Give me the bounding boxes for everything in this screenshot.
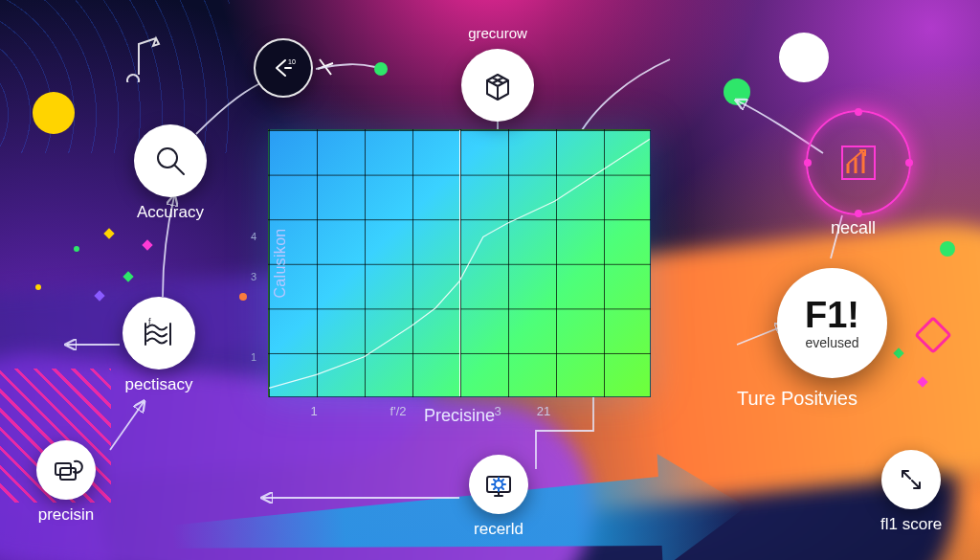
- xtick: 3: [494, 404, 501, 418]
- node-accuracy: Accuracy: [134, 124, 207, 222]
- decor-dot: [779, 33, 829, 82]
- f1-sub-text: evelused: [805, 335, 858, 350]
- cube-icon: [461, 49, 534, 122]
- node-necall: [806, 110, 911, 215]
- chart-line: [269, 130, 650, 397]
- chart-xlabel: Precisine: [268, 406, 651, 426]
- label-ture-positives: Ture Positvies: [737, 388, 858, 410]
- f1-bubble: F1! evelused: [777, 268, 887, 378]
- node-pectisacy: f pectisacy: [122, 297, 195, 394]
- chart-ylabel: Calusikon: [272, 228, 289, 298]
- node-grecurow: grecurow: [461, 25, 534, 122]
- decor-dot: [724, 78, 750, 105]
- node-label: recerld: [474, 520, 523, 539]
- central-chart: Calusikon Precisine 1 f'/2 3 21 1 3 4: [268, 129, 651, 397]
- ytick: 4: [251, 231, 256, 242]
- node-playback: 10: [254, 38, 313, 98]
- xtick: 21: [537, 404, 550, 418]
- node-label: pectisacy: [125, 375, 193, 394]
- f1-big-text: F1!: [805, 297, 859, 333]
- ytick: 1: [251, 351, 256, 363]
- music-note-icon: [120, 34, 164, 82]
- cards-icon: [36, 440, 96, 500]
- xtick: 1: [310, 404, 317, 418]
- svg-point-2: [158, 148, 177, 168]
- node-precisin: precisin: [36, 440, 96, 525]
- decor-dot: [33, 92, 75, 134]
- chart-up-icon: [833, 137, 884, 189]
- node-label: fl1 score: [880, 515, 942, 534]
- node-recerld: recerld: [469, 455, 528, 539]
- chart-grid: [268, 129, 651, 397]
- gear-monitor-icon: [469, 455, 528, 514]
- ytick: 3: [251, 271, 256, 282]
- node-label: grecurow: [468, 25, 527, 41]
- spark-icon: [316, 57, 335, 77]
- node-label: necall: [831, 218, 876, 238]
- decor-dot: [239, 293, 247, 301]
- waves-icon: f: [122, 297, 195, 370]
- xtick: f'/2: [390, 404, 407, 418]
- decor-dot: [940, 241, 955, 257]
- node-label: Accuracy: [137, 203, 204, 222]
- magnifier-icon: [134, 124, 207, 197]
- decor-dot: [74, 246, 79, 252]
- svg-text:10: 10: [288, 58, 296, 65]
- expand-icon: [881, 450, 941, 509]
- node-f1score: fl1 score: [880, 450, 942, 534]
- node-label: precisin: [38, 505, 95, 525]
- svg-rect-8: [842, 146, 875, 179]
- rewind-icon: 10: [254, 38, 313, 98]
- decor-dot: [35, 284, 41, 290]
